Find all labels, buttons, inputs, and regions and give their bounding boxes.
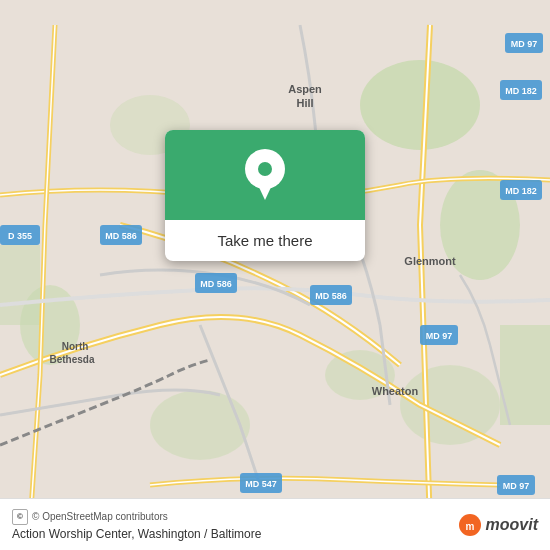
svg-text:Wheaton: Wheaton — [372, 385, 419, 397]
popup-header — [165, 130, 365, 220]
svg-text:MD 97: MD 97 — [511, 39, 538, 49]
svg-text:MD 182: MD 182 — [505, 186, 537, 196]
svg-text:m: m — [465, 521, 474, 532]
map-container: MD 97 MD 182 MD 182 MD 586 MD 586 D 355 … — [0, 0, 550, 550]
svg-text:D 355: D 355 — [8, 231, 32, 241]
svg-rect-4 — [0, 245, 40, 325]
svg-text:Hill: Hill — [296, 97, 313, 109]
svg-text:MD 547: MD 547 — [245, 479, 277, 489]
location-pin-icon — [243, 148, 287, 202]
svg-text:Aspen: Aspen — [288, 83, 322, 95]
svg-text:North: North — [62, 341, 89, 352]
place-info: Action Worship Center, Washington / Balt… — [12, 527, 261, 541]
svg-marker-38 — [257, 183, 273, 200]
osm-logo: © — [12, 509, 28, 525]
map-attribution: © © OpenStreetMap contributors — [12, 509, 261, 525]
popup-card: Take me there — [165, 130, 365, 261]
svg-text:MD 97: MD 97 — [503, 481, 530, 491]
svg-point-37 — [258, 162, 272, 176]
moovit-logo: m moovit — [458, 513, 538, 537]
svg-point-1 — [360, 60, 480, 150]
take-me-there-button[interactable]: Take me there — [201, 220, 328, 261]
svg-text:MD 182: MD 182 — [505, 86, 537, 96]
svg-point-5 — [150, 390, 250, 460]
svg-text:MD 586: MD 586 — [105, 231, 137, 241]
moovit-icon: m — [458, 513, 482, 537]
bottom-bar: © © OpenStreetMap contributors Action Wo… — [0, 498, 550, 550]
svg-text:MD 97: MD 97 — [426, 331, 453, 341]
svg-text:MD 586: MD 586 — [315, 291, 347, 301]
attribution-text: © OpenStreetMap contributors — [32, 511, 168, 522]
svg-text:Bethesda: Bethesda — [49, 354, 94, 365]
svg-text:Glenmont: Glenmont — [404, 255, 456, 267]
map-background: MD 97 MD 182 MD 182 MD 586 MD 586 D 355 … — [0, 0, 550, 550]
svg-text:MD 586: MD 586 — [200, 279, 232, 289]
moovit-text: moovit — [486, 516, 538, 534]
